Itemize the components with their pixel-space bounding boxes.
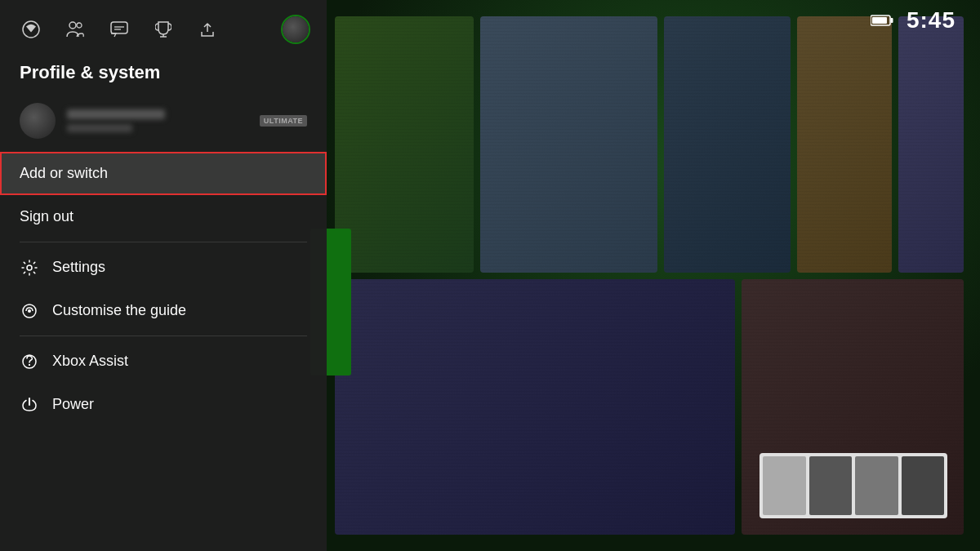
power-label: Power xyxy=(52,396,94,413)
user-avatar xyxy=(20,103,56,139)
xbox-logo-icon[interactable] xyxy=(16,15,46,44)
people-icon[interactable] xyxy=(60,15,90,44)
sign-out-item[interactable]: Sign out xyxy=(0,195,327,238)
game-tile-3[interactable] xyxy=(664,16,791,273)
power-item[interactable]: Power xyxy=(0,383,327,426)
settings-icon xyxy=(20,260,39,276)
divider-2 xyxy=(20,335,307,336)
sidebar-panel: Profile & system ULTIMATE Add or switch … xyxy=(0,0,327,551)
game-tile-5[interactable] xyxy=(898,16,964,273)
top-bar-right: 5:45 xyxy=(871,7,956,33)
svg-rect-2 xyxy=(872,17,887,24)
game-tile-1[interactable] xyxy=(335,16,474,273)
xbox-assist-item[interactable]: Xbox Assist xyxy=(0,340,327,383)
profile-gamertag xyxy=(67,124,132,132)
ultimate-badge: ULTIMATE xyxy=(260,115,307,127)
svg-rect-6 xyxy=(111,22,127,33)
section-title: Profile & system xyxy=(0,52,327,96)
bottom-thumbnail xyxy=(760,453,947,518)
game-tile-6[interactable] xyxy=(335,279,735,535)
svg-point-15 xyxy=(29,364,30,366)
svg-rect-1 xyxy=(890,18,893,23)
xbox-assist-icon xyxy=(20,353,39,370)
game-tile-2[interactable] xyxy=(480,16,657,273)
time-display: 5:45 xyxy=(906,7,956,33)
customise-icon xyxy=(20,303,39,319)
svg-point-5 xyxy=(77,23,82,28)
customise-label: Customise the guide xyxy=(52,302,186,319)
trophy-icon[interactable] xyxy=(149,15,178,44)
chat-icon[interactable] xyxy=(105,15,134,44)
power-icon xyxy=(20,397,39,413)
thumb-seg-4 xyxy=(902,456,945,515)
settings-label: Settings xyxy=(52,259,105,276)
share-icon[interactable] xyxy=(193,15,222,44)
profile-row: ULTIMATE xyxy=(0,96,327,152)
xbox-assist-label: Xbox Assist xyxy=(52,353,128,370)
thumb-seg-2 xyxy=(809,456,853,515)
profile-name xyxy=(67,109,165,119)
profile-info xyxy=(67,109,248,132)
svg-point-13 xyxy=(28,309,31,313)
battery-icon xyxy=(871,14,893,27)
settings-item[interactable]: Settings xyxy=(0,246,327,289)
nav-icons-row xyxy=(0,0,327,52)
sign-out-label: Sign out xyxy=(20,208,74,225)
tile-row-top xyxy=(335,16,964,273)
divider-1 xyxy=(20,242,307,242)
svg-point-4 xyxy=(69,22,76,29)
customise-item[interactable]: Customise the guide xyxy=(0,289,327,332)
avatar-nav-icon[interactable] xyxy=(281,15,310,44)
thumb-seg-1 xyxy=(763,456,806,515)
thumb-seg-3 xyxy=(855,456,898,515)
add-switch-item[interactable]: Add or switch xyxy=(0,152,327,195)
add-switch-label: Add or switch xyxy=(20,165,108,182)
game-tile-4[interactable] xyxy=(797,16,892,273)
svg-point-11 xyxy=(27,265,32,270)
